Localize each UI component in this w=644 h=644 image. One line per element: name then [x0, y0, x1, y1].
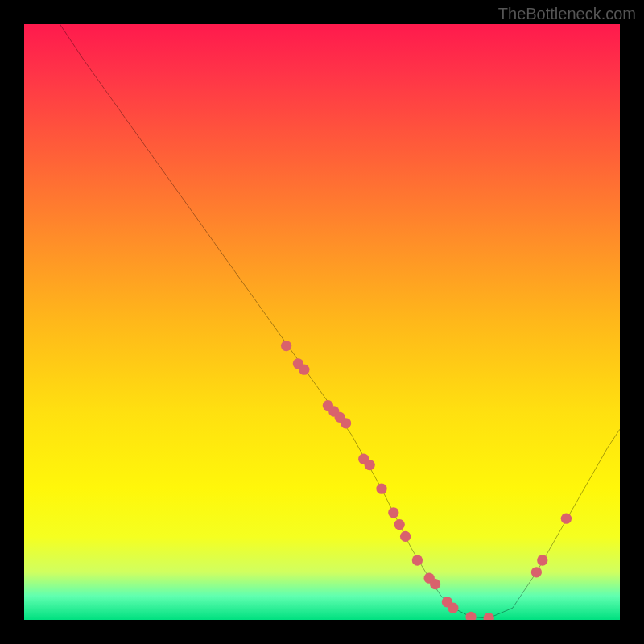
plot-area — [24, 24, 620, 620]
bottleneck-curve — [60, 24, 620, 618]
highlight-dot — [376, 484, 386, 494]
highlight-dot — [394, 519, 405, 530]
highlight-dot — [400, 531, 411, 542]
highlight-dot — [341, 418, 351, 428]
highlight-dot — [561, 514, 572, 524]
watermark-text: TheBottleneck.com — [498, 5, 636, 23]
highlight-dots — [281, 341, 572, 620]
highlight-dot — [465, 612, 476, 620]
highlight-dot — [388, 507, 398, 518]
highlight-dot — [299, 365, 309, 375]
highlight-dot — [412, 555, 423, 565]
highlight-dot — [448, 603, 458, 613]
chart-svg — [24, 24, 620, 620]
highlight-dot — [484, 613, 494, 620]
highlight-dot — [365, 460, 375, 470]
highlight-dot — [537, 555, 547, 565]
highlight-dot — [430, 579, 440, 589]
highlight-dot — [531, 567, 542, 577]
highlight-dot — [281, 341, 291, 351]
